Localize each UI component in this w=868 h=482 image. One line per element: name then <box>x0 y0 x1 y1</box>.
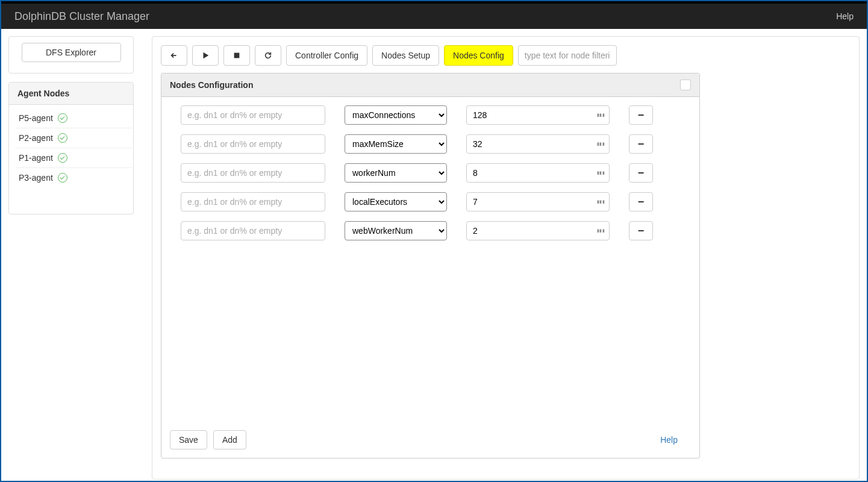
remove-row-button[interactable]: − <box>629 134 653 154</box>
config-value-input[interactable] <box>466 134 610 154</box>
config-key-select[interactable]: maxConnections <box>345 105 447 125</box>
check-circle-icon <box>58 173 67 183</box>
agent-node-name: P5-agent <box>19 113 53 123</box>
check-circle-icon <box>58 113 67 123</box>
config-row: webWorkerNum▮▮▮− <box>181 221 680 240</box>
agent-nodes-scroll[interactable]: P5-agentP2-agentP1-agentP3-agent <box>10 106 132 213</box>
add-button[interactable]: Add <box>213 430 246 449</box>
refresh-icon <box>264 51 272 60</box>
config-key-select[interactable]: workerNum <box>345 163 447 183</box>
dialog-close-button[interactable] <box>680 80 691 90</box>
config-key-select[interactable]: maxMemSize <box>345 134 447 154</box>
config-row: maxMemSize▮▮▮− <box>181 134 680 154</box>
app-header: DolphinDB Cluster Manager Help <box>1 1 867 29</box>
arrow-left-icon <box>170 51 178 60</box>
config-key-select[interactable]: localExecutors <box>345 192 447 211</box>
nodes-configuration-dialog: Nodes Configuration maxConnections▮▮▮−ma… <box>161 73 700 459</box>
node-filter-input[interactable] <box>518 45 617 66</box>
config-row: maxConnections▮▮▮− <box>181 105 680 125</box>
config-node-input[interactable] <box>181 221 325 240</box>
agent-node-item[interactable]: P5-agent <box>15 108 132 128</box>
remove-row-button[interactable]: − <box>629 221 653 240</box>
refresh-button[interactable] <box>255 45 281 66</box>
play-icon <box>201 51 210 60</box>
save-button[interactable]: Save <box>170 430 207 449</box>
nodes-setup-tab[interactable]: Nodes Setup <box>372 45 439 66</box>
dialog-help-link[interactable]: Help <box>660 435 678 445</box>
play-button[interactable] <box>192 45 219 66</box>
agent-node-item[interactable]: P2-agent <box>15 128 132 148</box>
stop-icon <box>233 51 241 60</box>
config-node-input[interactable] <box>181 163 325 183</box>
agent-node-item[interactable]: P1-agent <box>15 148 132 168</box>
controller-config-tab[interactable]: Controller Config <box>286 45 367 66</box>
check-circle-icon <box>58 133 67 143</box>
config-value-input[interactable] <box>466 221 610 240</box>
check-circle-icon <box>58 153 67 163</box>
config-value-input[interactable] <box>466 105 610 125</box>
config-value-input[interactable] <box>466 163 610 183</box>
help-link-top[interactable]: Help <box>836 11 854 21</box>
config-node-input[interactable] <box>181 105 325 125</box>
agent-node-name: P2-agent <box>19 133 53 143</box>
dialog-title: Nodes Configuration <box>170 80 253 90</box>
agent-nodes-title: Agent Nodes <box>9 83 133 105</box>
agent-node-name: P1-agent <box>19 153 53 163</box>
config-row: localExecutors▮▮▮− <box>181 192 680 211</box>
config-node-input[interactable] <box>181 134 325 154</box>
nodes-config-tab[interactable]: Nodes Config <box>444 45 513 66</box>
remove-row-button[interactable]: − <box>629 192 653 211</box>
config-key-select[interactable]: webWorkerNum <box>345 221 447 240</box>
config-node-input[interactable] <box>181 192 325 211</box>
config-row: workerNum▮▮▮− <box>181 163 680 183</box>
remove-row-button[interactable]: − <box>629 163 653 183</box>
dfs-explorer-button[interactable]: DFS Explorer <box>22 43 121 62</box>
toolbar: Controller Config Nodes Setup Nodes Conf… <box>161 45 851 66</box>
remove-row-button[interactable]: − <box>629 105 653 125</box>
svg-rect-0 <box>234 53 240 58</box>
config-value-input[interactable] <box>466 192 610 211</box>
agent-node-name: P3-agent <box>19 173 53 183</box>
agent-nodes-panel: Agent Nodes P5-agentP2-agentP1-agentP3-a… <box>8 82 134 214</box>
app-title: DolphinDB Cluster Manager <box>14 10 149 23</box>
stop-button[interactable] <box>223 45 250 66</box>
back-button[interactable] <box>161 45 187 66</box>
agent-node-item[interactable]: P3-agent <box>15 168 132 187</box>
